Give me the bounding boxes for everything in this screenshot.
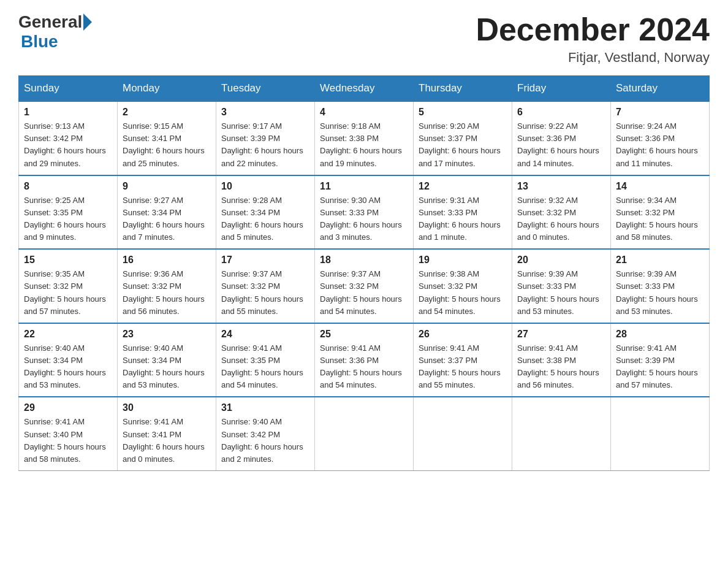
day-number: 26 bbox=[419, 329, 507, 340]
calendar-cell: 19 Sunrise: 9:38 AMSunset: 3:32 PMDaylig… bbox=[414, 249, 512, 323]
day-number: 13 bbox=[517, 181, 605, 192]
day-info: Sunrise: 9:20 AMSunset: 3:37 PMDaylight:… bbox=[419, 121, 501, 167]
day-number: 9 bbox=[123, 181, 211, 192]
day-number: 19 bbox=[419, 255, 507, 266]
week-row-1: 1 Sunrise: 9:13 AMSunset: 3:42 PMDayligh… bbox=[19, 101, 710, 175]
calendar-cell: 7 Sunrise: 9:24 AMSunset: 3:36 PMDayligh… bbox=[611, 101, 710, 175]
calendar-cell bbox=[611, 397, 710, 470]
day-number: 22 bbox=[24, 329, 112, 340]
day-info: Sunrise: 9:38 AMSunset: 3:32 PMDaylight:… bbox=[419, 269, 501, 315]
logo-blue-label: Blue bbox=[21, 32, 58, 51]
page-header: General Blue December 2024 Fitjar, Vestl… bbox=[18, 12, 710, 66]
day-info: Sunrise: 9:15 AMSunset: 3:41 PMDaylight:… bbox=[123, 121, 205, 167]
col-wednesday: Wednesday bbox=[315, 76, 414, 102]
calendar-cell: 30 Sunrise: 9:41 AMSunset: 3:41 PMDaylig… bbox=[118, 397, 216, 470]
calendar-cell: 10 Sunrise: 9:28 AMSunset: 3:34 PMDaylig… bbox=[216, 175, 315, 250]
day-number: 10 bbox=[221, 181, 309, 192]
day-info: Sunrise: 9:41 AMSunset: 3:37 PMDaylight:… bbox=[419, 343, 501, 389]
calendar-cell: 11 Sunrise: 9:30 AMSunset: 3:33 PMDaylig… bbox=[315, 175, 414, 250]
week-row-2: 8 Sunrise: 9:25 AMSunset: 3:35 PMDayligh… bbox=[19, 175, 710, 250]
day-number: 4 bbox=[320, 107, 408, 118]
col-saturday: Saturday bbox=[611, 76, 710, 102]
day-info: Sunrise: 9:32 AMSunset: 3:32 PMDaylight:… bbox=[517, 196, 599, 242]
calendar-cell: 1 Sunrise: 9:13 AMSunset: 3:42 PMDayligh… bbox=[19, 101, 118, 175]
calendar-cell: 2 Sunrise: 9:15 AMSunset: 3:41 PMDayligh… bbox=[118, 101, 216, 175]
location-title: Fitjar, Vestland, Norway bbox=[476, 50, 710, 66]
day-number: 6 bbox=[517, 107, 605, 118]
calendar-cell: 22 Sunrise: 9:40 AMSunset: 3:34 PMDaylig… bbox=[19, 323, 118, 397]
day-info: Sunrise: 9:28 AMSunset: 3:34 PMDaylight:… bbox=[221, 196, 303, 242]
calendar-cell: 9 Sunrise: 9:27 AMSunset: 3:34 PMDayligh… bbox=[118, 175, 216, 250]
calendar-cell: 25 Sunrise: 9:41 AMSunset: 3:36 PMDaylig… bbox=[315, 323, 414, 397]
calendar-cell: 27 Sunrise: 9:41 AMSunset: 3:38 PMDaylig… bbox=[512, 323, 611, 397]
logo: General Blue bbox=[18, 12, 93, 52]
day-info: Sunrise: 9:25 AMSunset: 3:35 PMDaylight:… bbox=[24, 196, 106, 242]
day-info: Sunrise: 9:41 AMSunset: 3:38 PMDaylight:… bbox=[517, 343, 599, 389]
calendar-cell: 13 Sunrise: 9:32 AMSunset: 3:32 PMDaylig… bbox=[512, 175, 611, 250]
day-number: 28 bbox=[616, 329, 704, 340]
calendar-cell: 18 Sunrise: 9:37 AMSunset: 3:32 PMDaylig… bbox=[315, 249, 414, 323]
day-number: 16 bbox=[123, 255, 211, 266]
col-sunday: Sunday bbox=[19, 76, 118, 102]
week-row-4: 22 Sunrise: 9:40 AMSunset: 3:34 PMDaylig… bbox=[19, 323, 710, 397]
calendar-cell: 6 Sunrise: 9:22 AMSunset: 3:36 PMDayligh… bbox=[512, 101, 611, 175]
day-number: 18 bbox=[320, 255, 408, 266]
calendar-cell: 3 Sunrise: 9:17 AMSunset: 3:39 PMDayligh… bbox=[216, 101, 315, 175]
day-number: 7 bbox=[616, 107, 704, 118]
day-number: 20 bbox=[517, 255, 605, 266]
month-title: December 2024 bbox=[476, 12, 710, 47]
calendar-cell: 12 Sunrise: 9:31 AMSunset: 3:33 PMDaylig… bbox=[414, 175, 512, 250]
logo-general-text: General bbox=[18, 12, 82, 32]
day-info: Sunrise: 9:17 AMSunset: 3:39 PMDaylight:… bbox=[221, 121, 303, 167]
day-number: 12 bbox=[419, 181, 507, 192]
day-number: 3 bbox=[221, 107, 309, 118]
day-info: Sunrise: 9:22 AMSunset: 3:36 PMDaylight:… bbox=[517, 121, 599, 167]
calendar-cell: 4 Sunrise: 9:18 AMSunset: 3:38 PMDayligh… bbox=[315, 101, 414, 175]
logo-arrow-icon bbox=[83, 13, 92, 31]
day-info: Sunrise: 9:36 AMSunset: 3:32 PMDaylight:… bbox=[123, 269, 205, 315]
day-number: 17 bbox=[221, 255, 309, 266]
logo-text: General bbox=[18, 12, 93, 32]
day-number: 8 bbox=[24, 181, 112, 192]
day-info: Sunrise: 9:37 AMSunset: 3:32 PMDaylight:… bbox=[320, 269, 402, 315]
calendar-cell: 15 Sunrise: 9:35 AMSunset: 3:32 PMDaylig… bbox=[19, 249, 118, 323]
day-number: 30 bbox=[123, 402, 211, 413]
week-row-5: 29 Sunrise: 9:41 AMSunset: 3:40 PMDaylig… bbox=[19, 397, 710, 470]
day-info: Sunrise: 9:34 AMSunset: 3:32 PMDaylight:… bbox=[616, 196, 698, 242]
day-info: Sunrise: 9:13 AMSunset: 3:42 PMDaylight:… bbox=[24, 121, 106, 167]
day-info: Sunrise: 9:41 AMSunset: 3:36 PMDaylight:… bbox=[320, 343, 402, 389]
calendar-cell: 14 Sunrise: 9:34 AMSunset: 3:32 PMDaylig… bbox=[611, 175, 710, 250]
calendar-header-row: Sunday Monday Tuesday Wednesday Thursday… bbox=[19, 76, 710, 102]
col-thursday: Thursday bbox=[414, 76, 512, 102]
day-number: 21 bbox=[616, 255, 704, 266]
day-number: 24 bbox=[221, 329, 309, 340]
calendar-cell: 26 Sunrise: 9:41 AMSunset: 3:37 PMDaylig… bbox=[414, 323, 512, 397]
col-friday: Friday bbox=[512, 76, 611, 102]
day-info: Sunrise: 9:40 AMSunset: 3:42 PMDaylight:… bbox=[221, 417, 303, 463]
col-tuesday: Tuesday bbox=[216, 76, 315, 102]
day-info: Sunrise: 9:41 AMSunset: 3:40 PMDaylight:… bbox=[24, 417, 106, 463]
day-info: Sunrise: 9:41 AMSunset: 3:35 PMDaylight:… bbox=[221, 343, 303, 389]
day-info: Sunrise: 9:31 AMSunset: 3:33 PMDaylight:… bbox=[419, 196, 501, 242]
day-info: Sunrise: 9:40 AMSunset: 3:34 PMDaylight:… bbox=[24, 343, 106, 389]
day-info: Sunrise: 9:18 AMSunset: 3:38 PMDaylight:… bbox=[320, 121, 402, 167]
day-number: 11 bbox=[320, 181, 408, 192]
day-number: 27 bbox=[517, 329, 605, 340]
calendar-cell: 28 Sunrise: 9:41 AMSunset: 3:39 PMDaylig… bbox=[611, 323, 710, 397]
day-number: 5 bbox=[419, 107, 507, 118]
calendar-cell: 23 Sunrise: 9:40 AMSunset: 3:34 PMDaylig… bbox=[118, 323, 216, 397]
day-info: Sunrise: 9:40 AMSunset: 3:34 PMDaylight:… bbox=[123, 343, 205, 389]
week-row-3: 15 Sunrise: 9:35 AMSunset: 3:32 PMDaylig… bbox=[19, 249, 710, 323]
day-info: Sunrise: 9:27 AMSunset: 3:34 PMDaylight:… bbox=[123, 196, 205, 242]
calendar-cell: 17 Sunrise: 9:37 AMSunset: 3:32 PMDaylig… bbox=[216, 249, 315, 323]
calendar-table: Sunday Monday Tuesday Wednesday Thursday… bbox=[18, 75, 710, 471]
day-info: Sunrise: 9:39 AMSunset: 3:33 PMDaylight:… bbox=[616, 269, 698, 315]
calendar-cell: 5 Sunrise: 9:20 AMSunset: 3:37 PMDayligh… bbox=[414, 101, 512, 175]
calendar-cell: 24 Sunrise: 9:41 AMSunset: 3:35 PMDaylig… bbox=[216, 323, 315, 397]
day-number: 29 bbox=[24, 402, 112, 413]
day-info: Sunrise: 9:35 AMSunset: 3:32 PMDaylight:… bbox=[24, 269, 106, 315]
title-section: December 2024 Fitjar, Vestland, Norway bbox=[476, 12, 710, 66]
day-number: 15 bbox=[24, 255, 112, 266]
day-number: 23 bbox=[123, 329, 211, 340]
day-info: Sunrise: 9:37 AMSunset: 3:32 PMDaylight:… bbox=[221, 269, 303, 315]
